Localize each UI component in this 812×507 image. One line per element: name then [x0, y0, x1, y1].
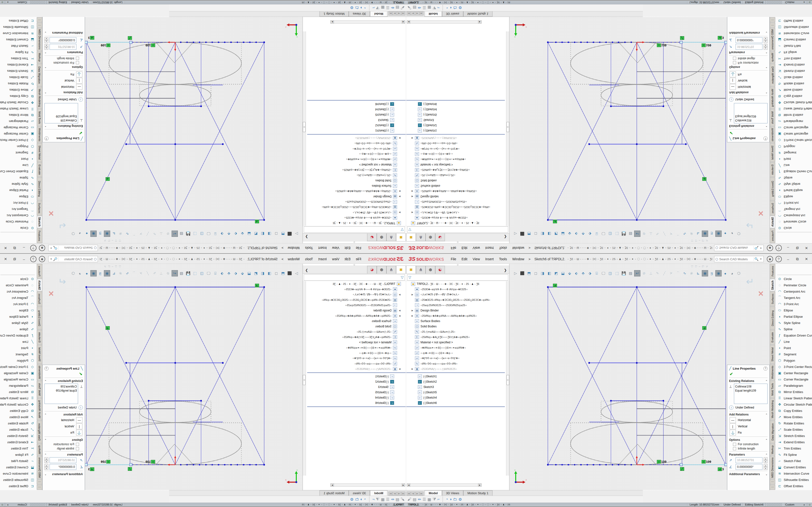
commandmanager-tab-direct-editing[interactable]: Direct Editing	[770, 306, 775, 330]
tool-sketch-fillet[interactable]: ⌐Sketch Fillet	[0, 43, 37, 49]
motionmanager-icon[interactable]: ◑	[449, 6, 452, 10]
tree-expand-arrow[interactable]: ▶	[412, 293, 415, 296]
sketch-relation-tag[interactable]: =109	[702, 44, 711, 47]
tool-line[interactable]: ╱Line	[775, 162, 812, 169]
expand-panel-icon[interactable]: ❯	[303, 233, 308, 239]
tab-nav-button[interactable]: ▶|	[419, 492, 424, 496]
doc-tab-3d-views[interactable]: 3D Views	[442, 490, 463, 496]
tool-point[interactable]: ▪Point	[775, 156, 812, 162]
tool-convert-entities[interactable]: ⬓Convert Entities	[775, 464, 812, 470]
tree-row[interactable]: ⌐Sketch3	[307, 117, 406, 123]
tool-intersection-curve[interactable]: ≋Intersection Curve	[0, 31, 37, 37]
tab-nav-button[interactable]: ◀	[411, 11, 415, 15]
spinner-control[interactable]: ▲▼	[45, 37, 48, 43]
add-relation-fix[interactable]: ⚓Fix	[729, 71, 767, 77]
sketch-relation-tag[interactable]: ⊿	[255, 220, 259, 223]
tree-expand-arrow[interactable]: ▶	[397, 211, 400, 214]
tool-centerpoint-arc[interactable]: ◠Centerpoint Arc	[775, 288, 812, 294]
tool-style-spline[interactable]: ∿Style Spline	[775, 320, 812, 326]
tree-row[interactable]: ★○253Ɛ✤∘ʁ◎ⅤА Ф○∘○Ф АⅤ◎ʁ∘✤Ɛ325○	[406, 287, 505, 292]
tree-row[interactable]: ▶◷○人ʁ◎✤25∘ꞘØ○∘○ØꞘ∘25✤◎ʁ人○	[406, 210, 505, 215]
menu-view[interactable]: View	[329, 245, 342, 251]
tool-scale-entities[interactable]: ⤢Scale Entities	[0, 74, 37, 80]
tool-stretch-entities[interactable]: ⇲Stretch Entities	[775, 68, 812, 74]
commandmanager-tab-mbd-dimensions[interactable]: MBD Dimensions	[37, 456, 42, 479]
menu-window[interactable]: Window	[510, 245, 527, 251]
checkbox[interactable]	[733, 61, 736, 64]
close-button[interactable]: ✕	[802, 245, 811, 251]
motionmanager-icon[interactable]: 🖌	[407, 497, 411, 501]
propertymanager-tab[interactable]: ⋔	[416, 266, 425, 274]
tree-row[interactable]: ⌐(-) Sketch5	[406, 390, 505, 395]
tool-polygon[interactable]: ⬡Polygon	[0, 144, 37, 150]
tool-circular-sketch-pattern[interactable]: ✥Circular Sketch Pattern	[775, 100, 812, 106]
tool-circle[interactable]: ⊙Circle	[0, 225, 37, 231]
tree-row[interactable]: ⌐Sketch3	[406, 384, 505, 390]
motionmanager-icon[interactable]: ☰	[386, 6, 389, 10]
menu-edit[interactable]: Edit	[342, 245, 353, 251]
relation-button-icon[interactable]: ❘	[729, 424, 736, 429]
tree-row[interactable]: ⌐(-) Sketch2	[307, 379, 406, 384]
motionmanager-icon[interactable]: ▦	[427, 497, 431, 502]
tab-nav-button[interactable]: ▶	[393, 11, 397, 15]
doc-tab-3d-views[interactable]: 3D Views	[349, 11, 370, 17]
tool-3-point-center-recta-[interactable]: ◇3 Point Center Recta...	[0, 363, 37, 370]
rollback-bar[interactable]	[307, 100, 406, 101]
search-icon[interactable]: 🔍	[754, 257, 759, 261]
tree-row[interactable]: ▱○✤Ꞙ⅁©∘ʁ○✳⦿[○∘○]⦿✳○ʁ∘©⅁Ꞙ✤○	[307, 146, 406, 151]
minimize-button[interactable]: –	[784, 256, 792, 262]
menu-file[interactable]: File	[353, 245, 364, 251]
motionmanager-icon[interactable]: 🖌	[401, 6, 405, 10]
tool-polygon[interactable]: ⬡Polygon	[0, 357, 37, 363]
section-options[interactable]: Options ⌃	[45, 438, 83, 442]
tool-3-point-center-recta-[interactable]: ◇3 Point Center Recta...	[0, 137, 37, 144]
motionmanager-icon[interactable]: 🗀	[453, 497, 457, 501]
parameter-value-field[interactable]: 0.00000000°	[735, 464, 762, 470]
ok-checkmark-button[interactable]: ✔	[729, 130, 767, 135]
tool-partial-ellipse[interactable]: ◖Partial Ellipse	[0, 314, 37, 320]
sketch-relation-tag[interactable]: ╱	[128, 36, 132, 40]
search-input[interactable]	[58, 246, 93, 250]
tool-trim-entities[interactable]: ✂Trim Entities	[0, 56, 37, 62]
tool-style-spline[interactable]: ∿Style Spline	[0, 320, 37, 326]
propertymanager-tab[interactable]: ⋔	[387, 233, 396, 241]
menu-view[interactable]: View	[470, 245, 483, 251]
tool-circle[interactable]: ⊙Circle	[775, 276, 812, 282]
doc-tab-model[interactable]: Model	[424, 11, 442, 17]
section-parameters[interactable]: Parameters ⌃	[729, 51, 767, 54]
tab-nav-button[interactable]: ◀	[397, 11, 401, 15]
commandmanager-tab-mesh-modeling[interactable]: Mesh Modeling	[770, 87, 775, 108]
tool-scale-entities[interactable]: ⤢Scale Entities	[775, 427, 812, 433]
tree-row[interactable]: ⌐(-) Sketch6	[307, 400, 406, 406]
checkbox[interactable]	[76, 57, 79, 60]
featuremanager-tab[interactable]: ◙	[406, 266, 416, 274]
tool-tangent-arc[interactable]: ⌒Tangent Arc	[0, 206, 37, 213]
tree-expand-arrow[interactable]: ▶	[397, 190, 400, 192]
motionmanager-icon[interactable]: 🖌	[401, 497, 405, 501]
tool-spline[interactable]: ∿Spline	[775, 326, 812, 332]
menu-window[interactable]: Window	[510, 256, 527, 262]
add-relation-vertical[interactable]: ❘Vertical	[45, 78, 83, 83]
tool-partial-ellipse[interactable]: ◖Partial Ellipse	[0, 187, 37, 193]
option-infinite-length[interactable]: Infinite length	[45, 447, 79, 450]
relation-item[interactable]: Collinear108	[735, 385, 766, 389]
spinner-up-icon[interactable]: ▲	[764, 457, 767, 460]
tree-filter-input[interactable]: ▽	[304, 227, 405, 233]
commandmanager-tab-mold-tools[interactable]: Mold Tools	[770, 381, 775, 398]
sketch-relation-tag[interactable]: =109	[101, 460, 110, 463]
tool-extend-entities[interactable]: ⇥Extend Entities	[0, 439, 37, 445]
sketch-relation-tag[interactable]: ⊿3	[88, 36, 94, 40]
tree-row[interactable]: ⬡Solid Bodies	[406, 178, 505, 183]
dimxpert-tab[interactable]: ☯	[435, 266, 445, 274]
commandmanager-tab-data-migration[interactable]: Data Migration	[770, 64, 775, 87]
tree-expand-arrow[interactable]: ▶	[397, 315, 400, 317]
rollback-bar[interactable]	[406, 100, 505, 101]
close-button[interactable]: ✕	[1, 245, 10, 251]
motionmanager-icon[interactable]: ✏	[391, 497, 394, 502]
tool-intersection-curve[interactable]: ≋Intersection Curve	[775, 470, 812, 476]
user-account-icon[interactable]: ☻	[767, 245, 773, 251]
relation-button-icon[interactable]: ❘	[76, 424, 83, 429]
tree-row[interactable]: ◙TЯPDL2. ◦ ƷƐ ◦ Ш ◦ ◦ ◦ ✤ ◦ ƆC ◦ ƷƐ ◦ ✦ …	[406, 220, 505, 226]
user-account-icon[interactable]: ☻	[39, 256, 45, 262]
scroll-right-arrow[interactable]: ▶	[478, 484, 481, 487]
